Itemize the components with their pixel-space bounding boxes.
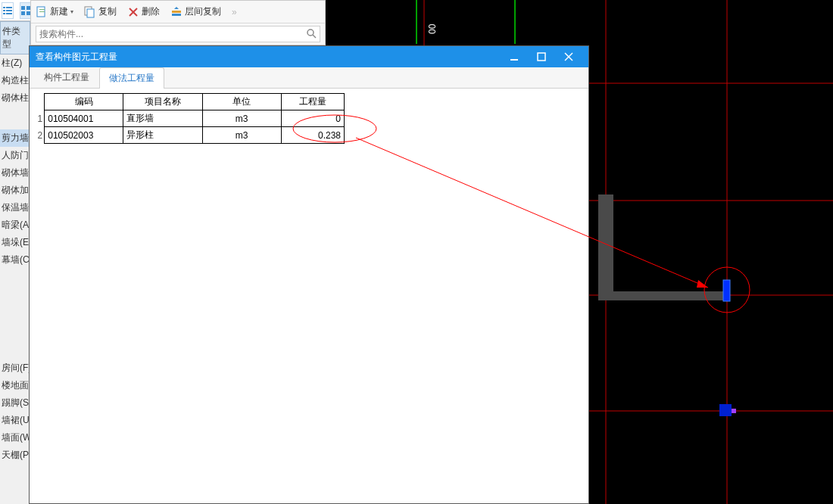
sidebar-item[interactable]: 剪力墙 [0, 129, 30, 147]
dialog-title: 查看构件图元工程量 [36, 51, 501, 64]
svg-rect-2 [3, 10, 5, 11]
toolbar-tab-list[interactable]: 构件列表 [31, 0, 80, 6]
new-button[interactable]: 新建▾ [36, 5, 73, 18]
col-code: 编码 [45, 94, 123, 110]
cell-unit: m3 [202, 110, 281, 127]
svg-rect-12 [39, 11, 45, 12]
close-button[interactable] [555, 46, 582, 67]
close-icon [564, 52, 573, 61]
svg-rect-33 [719, 404, 732, 416]
svg-rect-14 [87, 9, 94, 17]
table-row[interactable]: 2010502003异形柱m30.238 [34, 127, 345, 144]
search-input[interactable] [39, 29, 306, 39]
svg-rect-8 [21, 11, 25, 15]
sidebar-item[interactable]: 人防门 [0, 147, 30, 164]
tab-practice-qty[interactable]: 做法工程量 [99, 67, 164, 89]
svg-rect-17 [172, 11, 181, 13]
dialog-titlebar[interactable]: 查看构件图元工程量 [30, 46, 588, 67]
svg-rect-3 [6, 10, 12, 11]
copy-button[interactable]: 复制 [84, 5, 117, 18]
sidebar-item[interactable]: 楼地面 [0, 377, 30, 394]
svg-rect-18 [172, 14, 181, 16]
sidebar-item[interactable]: 砌体柱 [0, 89, 30, 107]
sidebar-item[interactable]: 房间(F) [0, 359, 30, 377]
cell-code: 010502003 [45, 127, 123, 144]
svg-rect-4 [3, 13, 5, 14]
svg-rect-6 [21, 6, 25, 10]
sidebar-item[interactable]: 砌体墙 [0, 164, 30, 182]
sidebar-item[interactable]: 踢脚(S) [0, 394, 30, 412]
sidebar-item[interactable]: 墙面(W [0, 429, 30, 446]
tab-component-qty[interactable]: 构件工程量 [34, 67, 99, 88]
toolbar-tab-drawings[interactable]: 图纸管理 [83, 0, 131, 6]
svg-rect-34 [732, 409, 736, 413]
sidebar-header: 件类型 [0, 21, 30, 54]
sidebar-item[interactable]: 暗梁(A [0, 216, 30, 234]
svg-point-19 [307, 30, 314, 36]
table-row[interactable]: 1010504001直形墙m30 [34, 110, 345, 127]
sidebar-item[interactable]: 墙垛(E [0, 234, 30, 251]
delete-icon [127, 6, 139, 18]
layer-copy-button[interactable]: 层间复制 [170, 5, 221, 18]
cell-name: 异形柱 [123, 127, 202, 144]
col-name: 项目名称 [123, 94, 202, 110]
sidebar-item[interactable]: 保温墙 [0, 199, 30, 216]
sidebar-item[interactable]: 柱(Z) [0, 54, 30, 72]
quantity-dialog: 查看构件图元工程量 构件工程量 做法工程量 编码 项目名称 单位 工程量 101… [29, 45, 589, 504]
sidebar-item[interactable]: 墙裙(U [0, 412, 30, 429]
search-input-wrap [36, 26, 320, 42]
svg-rect-36 [538, 53, 545, 61]
svg-line-20 [313, 35, 316, 38]
search-icon[interactable] [306, 28, 317, 41]
delete-button[interactable]: 删除 [127, 5, 160, 18]
svg-rect-31 [598, 291, 723, 300]
sidebar-item[interactable]: 幕墙(C [0, 251, 30, 269]
cell-name: 直形墙 [123, 110, 202, 127]
layer-copy-icon [170, 6, 183, 18]
maximize-icon [537, 52, 546, 61]
cell-qty: 0.238 [281, 127, 344, 144]
svg-rect-32 [723, 280, 730, 301]
maximize-button[interactable] [528, 46, 555, 67]
svg-rect-5 [6, 13, 12, 14]
minimize-icon [510, 52, 519, 61]
sidebar-item[interactable]: 天棚(P [0, 446, 30, 464]
new-icon [36, 6, 48, 18]
dimension-label: 00 [427, 23, 438, 34]
component-type-sidebar: 件类型 柱(Z)构造柱砌体柱剪力墙人防门砌体墙砌体加保温墙暗梁(A墙垛(E幕墙(… [0, 0, 30, 504]
copy-icon [84, 6, 96, 18]
quantity-table: 编码 项目名称 单位 工程量 1010504001直形墙m30201050200… [34, 93, 345, 144]
sidebar-item[interactable]: 构造柱 [0, 72, 30, 89]
cell-code: 010504001 [45, 110, 123, 127]
minimize-button[interactable] [501, 46, 528, 67]
component-toolbar: 构件列表 图纸管理 新建▾ 复制 删除 层间复制 » [30, 0, 326, 45]
cell-qty: 0 [281, 110, 344, 127]
svg-rect-30 [598, 194, 613, 297]
cell-unit: m3 [202, 127, 281, 144]
svg-rect-1 [6, 7, 12, 8]
list-view-icon[interactable] [2, 2, 14, 19]
svg-rect-35 [510, 59, 518, 61]
col-unit: 单位 [202, 94, 281, 110]
svg-rect-11 [39, 9, 45, 10]
col-qty: 工程量 [281, 94, 344, 110]
sidebar-item[interactable]: 砌体加 [0, 182, 30, 199]
svg-rect-0 [3, 7, 5, 8]
dialog-tabs: 构件工程量 做法工程量 [30, 67, 588, 89]
